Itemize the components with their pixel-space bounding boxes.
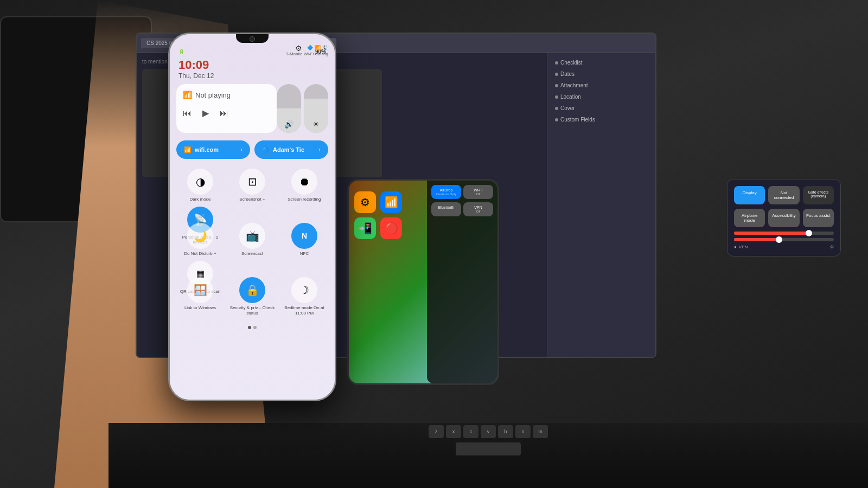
bluetooth-chevron-icon: › xyxy=(318,146,321,153)
volume-slider[interactable] xyxy=(734,238,834,241)
panel-top-buttons: Display Not connected Gate effects (came… xyxy=(734,186,834,204)
nfc-button[interactable]: N xyxy=(291,223,317,249)
nfc-label: NFC xyxy=(300,251,309,256)
key-z[interactable]: z xyxy=(429,425,444,438)
link-windows-button[interactable]: 🪟 xyxy=(187,277,213,303)
brightness-icon: ☀ xyxy=(312,120,320,129)
wifi-chevron-icon: › xyxy=(240,146,242,153)
keyboard: z x c v b n m xyxy=(108,423,868,488)
browser-sidebar: Checklist Dates Attachment Location Cove… xyxy=(547,53,655,357)
tablet-app-3[interactable]: 📲 xyxy=(354,217,376,239)
qs-link-windows: 🪟 Link to Windows xyxy=(176,277,224,316)
panel-footer: ●VPN ⚙ xyxy=(734,245,834,249)
volume-icon: 🔊 xyxy=(284,120,293,129)
screen-recording-button[interactable]: ⏺ xyxy=(291,169,317,195)
keyboard-row-1: z x c v b n m xyxy=(108,423,868,440)
key-c[interactable]: c xyxy=(463,425,478,438)
wifi-button[interactable]: 📶 wifi.com › xyxy=(176,140,250,159)
wifi-status-icon: 📶 xyxy=(315,45,321,50)
brightness-slider-row xyxy=(734,232,834,235)
screencast-button[interactable]: 📺 xyxy=(239,223,265,249)
page-dot-1 xyxy=(248,326,251,329)
media-player: 📶 Not playing ⏮ ▶ ⏭ xyxy=(176,84,277,133)
dnd-button[interactable]: 🌙 xyxy=(187,223,213,249)
screenshot-label: Screenshot + xyxy=(239,197,265,202)
page-dot-2 xyxy=(253,326,257,329)
quick-settings-grid-3: 🪟 Link to Windows 🔒 Security & priv... C… xyxy=(176,277,328,316)
security-button[interactable]: 🔒 xyxy=(239,277,265,303)
phone-date: Thu, Dec 12 xyxy=(178,72,214,80)
play-button[interactable]: ▶ xyxy=(202,108,209,118)
tablet-app-2[interactable]: 📶 xyxy=(380,191,402,213)
tablet-app-grid: ⚙ 📶 📲 🔴 xyxy=(354,191,402,239)
display-button[interactable]: Display xyxy=(734,186,765,204)
tablet-bt[interactable]: Bluetooth xyxy=(431,202,461,216)
carrier-text: T-Mobile Wi-Fi Calling xyxy=(286,52,328,56)
qs-dark-mode: ◑ Dark mode xyxy=(176,169,224,202)
tablet-control-row2: Bluetooth VPNOff xyxy=(431,202,493,216)
tablet-screen: ⚙ 📶 📲 🔴 AirDropContacts Only Wi-FiOff Bl… xyxy=(349,181,497,383)
key-b[interactable]: b xyxy=(498,425,513,438)
sidebar-cover[interactable]: Cover xyxy=(552,103,651,113)
keyboard-row-2 xyxy=(108,440,868,458)
screen-recording-label: Screen recording xyxy=(288,197,321,202)
page-dots xyxy=(248,326,257,329)
brightness-slider-pill[interactable]: ☀ xyxy=(304,84,328,133)
dark-mode-button[interactable]: ◑ xyxy=(187,169,213,195)
qs-screenshot: ⊡ Screenshot + xyxy=(228,169,276,202)
panel-row2-buttons: Airplane mode Accessibility Focus assist xyxy=(734,209,834,227)
tablet-airdrop[interactable]: AirDropContacts Only xyxy=(431,185,461,199)
bedtime-label: Bedtime mode On at 11:00 PM xyxy=(280,305,328,316)
bluetooth-button[interactable]: 🔷 Adam's Tic › xyxy=(254,140,328,159)
brightness-slider[interactable] xyxy=(734,232,834,235)
sidebar-location[interactable]: Location xyxy=(552,92,651,102)
screencast-label: Screencast xyxy=(241,251,263,256)
screenshot-button[interactable]: ⊡ xyxy=(239,169,265,195)
key-space[interactable] xyxy=(456,442,521,455)
battery-icon: 🔋 xyxy=(178,49,184,54)
sidebar-checklist[interactable]: Checklist xyxy=(552,57,651,68)
tablet-app-1[interactable]: ⚙ xyxy=(354,191,376,213)
wifi-icon: 📶 xyxy=(184,146,192,153)
qs-nfc: N NFC xyxy=(280,223,328,256)
qs-dnd: 🌙 Do Not Disturb + xyxy=(176,223,224,256)
not-playing-label: Not playing xyxy=(195,91,231,99)
not-connected-button[interactable]: Not connected xyxy=(768,186,799,204)
bluetooth-label: 🔷 Adam's Tic xyxy=(262,146,304,153)
tablet-control-overlay: AirDropContacts Only Wi-FiOff Bluetooth … xyxy=(427,181,497,383)
phone: 🔋 90% 10:09 Thu, Dec 12 🔷 📶 📡 ⚙ ⋮ T-Mobi… xyxy=(168,33,336,401)
tablet-vpn[interactable]: VPNOff xyxy=(463,202,493,216)
network-row: 📶 wifi.com › 🔷 Adam's Tic › xyxy=(176,140,328,159)
focus-assist-button[interactable]: Focus assist xyxy=(803,209,834,227)
qs-screencast: 📺 Screencast xyxy=(228,223,276,256)
gate-effects-button[interactable]: Gate effects (camera) xyxy=(803,186,834,204)
sidebar-custom-fields[interactable]: Custom Fields xyxy=(552,114,651,125)
tablet-app-4[interactable]: 🔴 xyxy=(380,217,402,239)
phone-time: 10:09 xyxy=(178,58,209,72)
dnd-label: Do Not Disturb + xyxy=(184,251,216,256)
key-n[interactable]: n xyxy=(515,425,531,438)
volume-slider-pill[interactable]: 🔊 xyxy=(277,84,301,133)
key-v[interactable]: v xyxy=(481,425,496,438)
accessibility-button[interactable]: Accessibility xyxy=(768,209,799,227)
qs-security: 🔒 Security & priv... Check status xyxy=(228,277,276,316)
key-x[interactable]: x xyxy=(446,425,461,438)
sidebar-attachment[interactable]: Attachment xyxy=(552,80,651,91)
next-button[interactable]: ⏭ xyxy=(220,108,228,118)
tablet-control-row1: AirDropContacts Only Wi-FiOff xyxy=(431,185,493,199)
phone-screen: 🔋 90% 10:09 Thu, Dec 12 🔷 📶 📡 ⚙ ⋮ T-Mobi… xyxy=(170,34,335,400)
wifi-label: 📶 wifi.com xyxy=(184,146,219,153)
media-controls: ⏮ ▶ ⏭ xyxy=(183,106,270,118)
media-wifi-icon: 📶 xyxy=(183,91,192,99)
sidebar-dates[interactable]: Dates xyxy=(552,69,651,79)
key-m[interactable]: m xyxy=(533,425,548,438)
volume-slider-row xyxy=(734,238,834,241)
bluetooth-status-icon: 🔷 xyxy=(307,45,313,50)
tablet-wifi-toggle[interactable]: Wi-FiOff xyxy=(463,185,493,199)
dark-mode-label: Dark mode xyxy=(189,197,210,202)
airplane-mode-button[interactable]: Airplane mode xyxy=(734,209,765,227)
qs-screen-recording: ⏺ Screen recording xyxy=(280,169,328,202)
prev-button[interactable]: ⏮ xyxy=(183,108,192,118)
right-panel: Display Not connected Gate effects (came… xyxy=(727,179,841,256)
bedtime-button[interactable]: ☽ xyxy=(291,277,317,303)
